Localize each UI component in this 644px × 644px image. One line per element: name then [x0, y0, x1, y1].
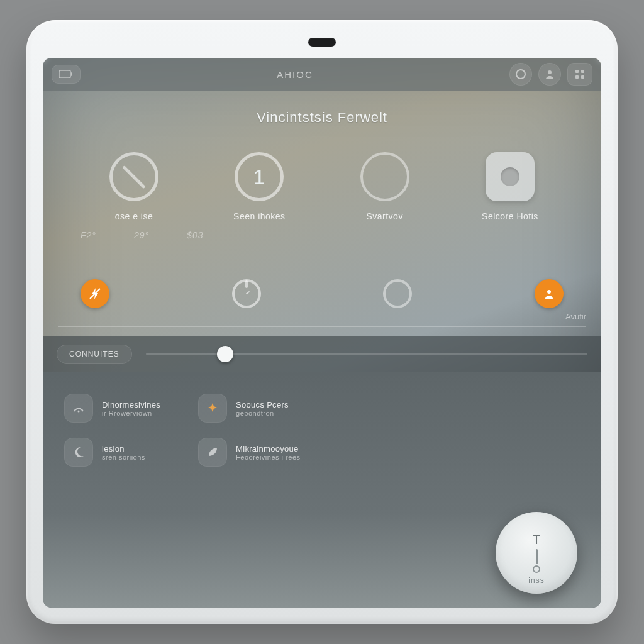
svg-point-2 [516, 70, 525, 79]
item-badge [198, 394, 227, 423]
item-badge [64, 438, 93, 467]
svg-point-3 [548, 70, 552, 74]
readout-a: F2° [80, 230, 96, 240]
disable-icon [109, 152, 158, 201]
timer-icon [241, 288, 252, 299]
tablet-device-frame: AHIOC Vincintstsis Ferwelt ose e ise [26, 20, 618, 624]
user-icon [544, 69, 555, 80]
control-tile-4[interactable]: Selcore Hotis [457, 152, 564, 221]
main-controls-row: ose e ise 1 Seen ihokes Svartvov Selcore… [43, 152, 601, 221]
readout-b: 29° [134, 230, 149, 240]
item-title: Sooucs Pcers [236, 400, 289, 409]
secondary-controls-row [43, 279, 601, 308]
item-title: Mikrainmooyoue [236, 444, 300, 453]
list-item[interactable]: Mikrainmooyoue Feooreivines i rees [198, 438, 300, 467]
slider-bar: CONNUITES [43, 336, 601, 372]
bolt-slash-icon [88, 287, 102, 301]
list-item[interactable]: Sooucs Pcers gepondtron [198, 394, 300, 423]
svg-rect-7 [581, 75, 584, 79]
leaf-icon [206, 445, 219, 459]
svg-rect-6 [575, 75, 579, 79]
front-camera [308, 38, 336, 47]
status-bar: AHIOC [43, 58, 601, 91]
slider-chip[interactable]: CONNUITES [57, 345, 132, 364]
screen: AHIOC Vincintstsis Ferwelt ose e ise [43, 58, 601, 608]
item-subtitle: gepondtron [236, 409, 289, 417]
svg-rect-0 [59, 70, 70, 78]
sparkle-icon [206, 401, 219, 415]
status-left-pill[interactable] [52, 65, 80, 84]
slider-thumb[interactable] [217, 346, 233, 362]
secondary-control-3[interactable] [383, 279, 412, 308]
temperature-dial[interactable]: T inss [496, 512, 577, 594]
moon-icon [72, 445, 86, 459]
person-icon [543, 287, 555, 300]
bubble-icon [515, 69, 526, 80]
svg-rect-4 [575, 70, 579, 73]
tile-label: ose e ise [115, 211, 153, 221]
readout-c: $03 [187, 230, 203, 240]
control-tile-1[interactable]: ose e ise [80, 152, 187, 221]
tile-label: Selcore Hotis [482, 211, 538, 221]
slider-track[interactable] [146, 353, 587, 355]
row-footer-label[interactable]: Avutir [565, 312, 586, 321]
page-title: Vincintstsis Ferwelt [43, 109, 601, 126]
secondary-control-1[interactable] [80, 279, 109, 308]
tile-label: Seen ihokes [233, 211, 286, 221]
item-title: iesion [102, 444, 145, 453]
grid-icon [575, 69, 585, 79]
secondary-control-4[interactable] [535, 279, 564, 308]
list-item[interactable]: Dinormesivines ir Rrowerviown [64, 394, 160, 423]
secondary-control-2[interactable] [232, 279, 261, 308]
tile-label: Svartvov [366, 211, 402, 221]
status-title: AHIOC [277, 69, 313, 80]
bottom-panel: Dinormesivines ir Rrowerviown iesion sre… [43, 372, 601, 608]
svg-rect-1 [71, 72, 72, 76]
number-circle-icon: 1 [235, 152, 284, 201]
dial-knob-icon [533, 565, 540, 573]
tile-digit: 1 [253, 165, 265, 189]
item-subtitle: sren soriions [102, 453, 145, 461]
item-badge [64, 394, 93, 423]
battery-icon [59, 70, 73, 78]
dial-needle-icon [536, 549, 538, 564]
gauge-icon [72, 401, 86, 415]
svg-point-10 [78, 411, 80, 413]
list-item[interactable]: iesion sren soriions [64, 438, 160, 467]
svg-rect-5 [581, 70, 584, 73]
item-title: Dinormesivines [102, 400, 160, 409]
status-action-3[interactable] [567, 63, 592, 86]
status-action-1[interactable] [509, 63, 532, 86]
control-tile-3[interactable]: Svartvov [331, 152, 438, 221]
status-action-2[interactable] [538, 63, 561, 86]
device-icon [486, 152, 535, 201]
item-subtitle: Feooreivines i rees [236, 453, 300, 461]
svg-point-9 [547, 290, 551, 294]
readout-row: F2° 29° $03 [43, 230, 601, 240]
divider [58, 326, 586, 327]
dial-label: inss [528, 576, 544, 585]
control-tile-2[interactable]: 1 Seen ihokes [206, 152, 313, 221]
dial-letter: T [533, 533, 540, 547]
ring-icon [360, 152, 409, 201]
item-badge [198, 438, 227, 467]
item-subtitle: ir Rrowerviown [102, 409, 160, 417]
